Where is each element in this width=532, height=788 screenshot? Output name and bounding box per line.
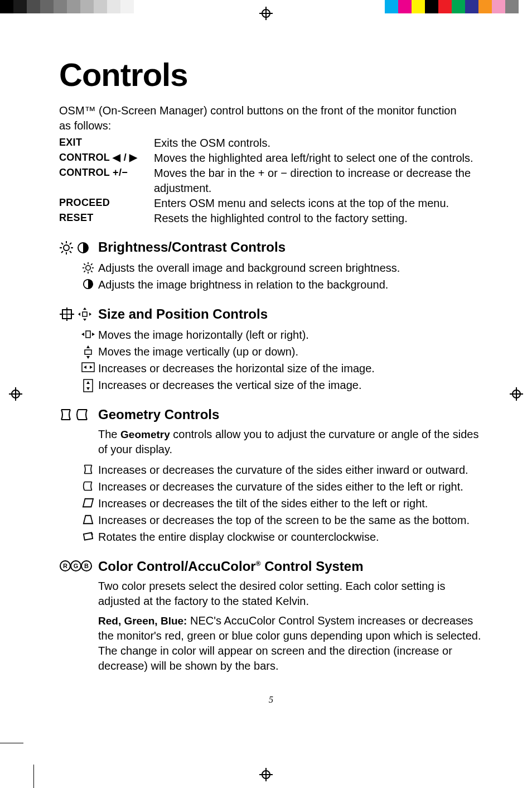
control-leftright-desc: Moves the highlighted area left/right to… [154, 151, 483, 166]
control-leftright-label: CONTROL ◀ / ▶ [59, 151, 154, 166]
position-icon [78, 307, 91, 321]
contrast-icon [77, 242, 89, 254]
pincushion-icon [78, 462, 98, 475]
svg-rect-29 [85, 350, 91, 354]
svg-rect-27 [83, 312, 87, 316]
brightness-icon [78, 260, 98, 274]
v-size-icon [78, 377, 98, 392]
registration-mark-icon [9, 387, 22, 401]
crop-mark [0, 743, 23, 743]
intro-text: OSM™ (On-Screen Manager) control buttons… [59, 103, 483, 133]
registration-mark-icon [259, 768, 273, 781]
size-icon [59, 307, 75, 321]
proceed-desc: Enters OSM menu and selects icons at the… [154, 196, 483, 211]
v-position-icon [78, 343, 98, 359]
pincushion-balance-icon [76, 408, 89, 421]
color-control-section: R G B Color Control/AccuColor® Control S… [59, 559, 483, 678]
parallelogram-icon [78, 495, 98, 508]
control-plusminus-label: CONTROL +/− [59, 166, 154, 196]
h-position-icon [78, 326, 98, 340]
pincushion-balance-icon [78, 478, 98, 492]
svg-text:B: B [84, 563, 89, 569]
page-content: Controls OSM™ (On-Screen Manager) contro… [59, 56, 483, 678]
brightness-contrast-section: Brightness/Contrast Controls Adjusts the… [59, 239, 483, 293]
sizepos-heading: Size and Position Controls [98, 306, 483, 322]
registration-mark-icon [510, 387, 523, 401]
geometry-heading: Geometry Controls [98, 407, 483, 422]
rotation-icon [78, 528, 98, 542]
pincushion-icon [59, 408, 72, 421]
v-position-text: Moves the image vertically (up or down). [98, 343, 483, 360]
h-size-icon [78, 360, 98, 372]
brightness-heading: Brightness/Contrast Controls [98, 239, 483, 255]
geometry-section: Geometry Controls The Geometry controls … [59, 407, 483, 545]
cmyk-colorbar [371, 0, 532, 13]
svg-line-17 [84, 271, 85, 272]
v-size-text: Increases or decreases the vertical size… [98, 377, 483, 393]
svg-text:R: R [63, 563, 67, 569]
h-position-text: Moves the image horizontally (left or ri… [98, 326, 483, 343]
svg-line-7 [61, 251, 63, 253]
svg-text:G: G [74, 563, 79, 569]
rgb-icon: R G B [59, 560, 93, 572]
pincushion-balance-text: Increases or decreases the curvature of … [98, 478, 483, 495]
size-position-section: Size and Position Controls Moves the ima… [59, 306, 483, 393]
control-buttons-table: EXIT Exits the OSM controls. CONTROL ◀ /… [59, 136, 483, 226]
svg-line-15 [84, 263, 85, 265]
reset-label: RESET [59, 211, 154, 226]
svg-line-16 [91, 271, 93, 272]
reset-desc: Resets the highlighted control to the fa… [154, 211, 483, 226]
pincushion-text: Increases or decreases the curvature of … [98, 462, 483, 478]
contrast-icon [78, 276, 98, 290]
h-size-text: Increases or decreases the horizontal si… [98, 360, 483, 377]
brightness-item-text: Adjusts the overall image and background… [98, 260, 483, 276]
registration-mark-icon [259, 7, 273, 20]
brightness-icon [59, 241, 74, 255]
exit-label: EXIT [59, 136, 154, 151]
control-plusminus-desc: Moves the bar in the + or − direction to… [154, 166, 483, 196]
svg-line-18 [91, 263, 93, 265]
contrast-item-text: Adjusts the image brightness in relation… [98, 276, 483, 293]
color-para-1: Two color presets select the desired col… [98, 579, 483, 609]
page-title: Controls [59, 56, 483, 93]
trapezoid-text: Increases or decreases the top of the sc… [98, 512, 483, 528]
trapezoid-icon [78, 512, 98, 525]
rotation-text: Rotates the entire display clockwise or … [98, 528, 483, 545]
proceed-label: PROCEED [59, 196, 154, 211]
grayscale-colorbar [0, 0, 147, 13]
geometry-intro: The Geometry controls allow you to adjus… [98, 427, 483, 457]
color-para-2: Red, Green, Blue: NEC's AccuColor Contro… [98, 613, 483, 674]
svg-rect-28 [86, 331, 90, 338]
svg-point-0 [64, 245, 69, 251]
page-number: 5 [59, 695, 483, 705]
intro-line-2: as follows: [59, 119, 111, 132]
exit-desc: Exits the OSM controls. [154, 136, 483, 151]
svg-point-10 [86, 266, 90, 270]
svg-line-5 [61, 243, 63, 244]
parallelogram-text: Increases or decreases the tilt of the s… [98, 495, 483, 512]
color-heading: Color Control/AccuColor® Control System [98, 559, 483, 574]
svg-line-6 [70, 251, 71, 253]
svg-line-8 [70, 243, 71, 244]
intro-line-1: OSM™ (On-Screen Manager) control buttons… [59, 104, 457, 117]
crop-mark [33, 765, 34, 788]
